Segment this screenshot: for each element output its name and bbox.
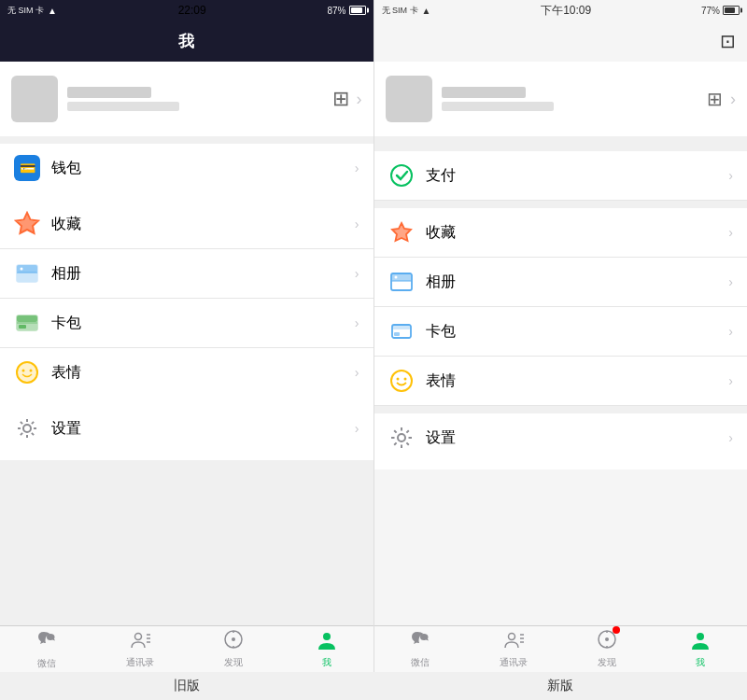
left-phone: 无 SIM 卡 ▲ 22:09 87% 我 — [0, 0, 374, 672]
right-section-divider-1 — [374, 201, 748, 208]
right-album-chevron: › — [728, 274, 733, 289]
left-battery-percent: 87% — [327, 6, 345, 16]
left-wallet-icon: 💳 — [14, 155, 40, 181]
right-tab-me-label: 我 — [696, 656, 705, 669]
right-tab-discover[interactable]: 发现 — [560, 629, 654, 669]
svg-point-5 — [21, 268, 23, 271]
left-profile-info — [67, 87, 179, 111]
right-phone: 无 SIM 卡 ▲ 下午10:09 77% ⊡ — [374, 0, 748, 672]
svg-point-44 — [697, 633, 704, 640]
right-wifi-icon: ▲ — [422, 6, 431, 16]
svg-point-13 — [30, 370, 33, 372]
left-profile-right: ⊞ › — [332, 87, 362, 111]
left-nav-bar: 我 — [0, 21, 374, 62]
left-settings-label: 设置 — [51, 419, 81, 439]
right-tab-discover-badge — [613, 626, 620, 634]
left-tab-discover[interactable]: 发现 — [187, 629, 280, 669]
left-sim-label: 无 SIM 卡 — [7, 5, 44, 17]
left-profile-name — [67, 87, 151, 98]
left-tab-contacts-icon — [130, 629, 150, 654]
left-menu-emoji[interactable]: 表情 › — [0, 348, 374, 397]
right-tab-contacts[interactable]: 通讯录 — [467, 629, 560, 669]
right-tab-wechat[interactable]: 微信 — [374, 629, 468, 669]
right-card-label: 卡包 — [426, 322, 456, 342]
right-menu-settings[interactable]: 设置 › — [374, 413, 748, 462]
right-battery-icon — [723, 6, 740, 15]
right-emoji-label: 表情 — [426, 371, 456, 391]
left-tab-me[interactable]: 我 — [280, 629, 374, 669]
left-album-icon — [14, 260, 40, 287]
left-menu-fav-left: 收藏 — [14, 211, 81, 237]
left-menu-settings[interactable]: 设置 › — [0, 404, 374, 453]
right-pay-label: 支付 — [426, 166, 456, 186]
right-pay-chevron: › — [728, 168, 733, 183]
left-profile-left — [11, 76, 179, 122]
svg-rect-9 — [19, 325, 26, 329]
right-profile-sub — [442, 102, 554, 111]
left-spacer — [0, 460, 374, 625]
left-profile-section[interactable]: ⊞ › — [0, 62, 374, 144]
right-tab-me-icon — [690, 629, 711, 654]
svg-rect-26 — [391, 273, 412, 281]
right-version-label: 新版 — [374, 672, 747, 700]
right-menu-emoji[interactable]: 表情 › — [374, 357, 748, 406]
left-tab-wechat-label: 微信 — [37, 657, 56, 670]
left-tab-me-label: 我 — [322, 656, 331, 669]
left-version-label: 旧版 — [0, 672, 374, 700]
right-menu-emoji-left: 表情 — [388, 368, 456, 394]
right-settings-label: 设置 — [426, 428, 456, 448]
left-tab-discover-icon — [223, 629, 244, 654]
right-card-chevron: › — [728, 324, 733, 339]
left-emoji-label: 表情 — [51, 363, 81, 383]
right-camera-icon[interactable]: ⊡ — [720, 30, 736, 52]
left-tab-me-icon — [317, 629, 337, 654]
right-tab-wechat-icon — [410, 629, 430, 654]
left-tab-contacts[interactable]: 通讯录 — [93, 629, 187, 669]
right-tab-wechat-label: 微信 — [411, 656, 430, 669]
left-wallet-chevron: › — [355, 161, 359, 175]
version-labels: 旧版 新版 — [0, 672, 747, 700]
left-qr-icon: ⊞ — [332, 87, 349, 111]
right-menu-favorites[interactable]: 收藏 › — [374, 208, 748, 258]
svg-point-33 — [396, 378, 399, 381]
right-favorites-icon — [388, 219, 415, 245]
left-menu-favorites[interactable]: 收藏 › — [0, 200, 374, 249]
right-tab-bar: 微信 通讯录 — [374, 625, 748, 672]
right-menu-album-left: 相册 — [388, 269, 456, 295]
right-profile-info — [442, 87, 554, 111]
right-profile-right: ⊞ › — [707, 88, 736, 110]
right-menu-album[interactable]: 相册 › — [374, 258, 748, 307]
right-pay-icon — [388, 162, 415, 189]
svg-point-36 — [509, 634, 515, 640]
right-profile-name — [442, 87, 526, 98]
right-profile-left — [386, 76, 554, 122]
right-tab-contacts-label: 通讯录 — [500, 656, 528, 669]
left-status-bar: 无 SIM 卡 ▲ 22:09 87% — [0, 0, 374, 21]
left-menu-album[interactable]: 相册 › — [0, 249, 374, 299]
svg-point-12 — [22, 370, 25, 372]
left-menu-wallet[interactable]: 💳 钱包 › — [0, 144, 374, 192]
left-emoji-icon — [14, 359, 40, 385]
right-profile-section[interactable]: ⊞ › — [374, 62, 748, 144]
right-section-divider-2 — [374, 406, 748, 413]
svg-point-28 — [394, 276, 397, 279]
svg-point-41 — [605, 637, 609, 641]
left-menu-emoji-left: 表情 — [14, 359, 81, 385]
right-album-label: 相册 — [426, 273, 456, 292]
left-album-chevron: › — [355, 266, 359, 281]
right-tab-discover-badge-wrapper — [597, 629, 617, 654]
right-menu-card[interactable]: 卡包 › — [374, 307, 748, 357]
svg-point-15 — [134, 634, 141, 640]
left-card-label: 卡包 — [51, 314, 81, 333]
right-tab-me[interactable]: 我 — [654, 629, 747, 669]
right-favorites-chevron: › — [728, 225, 733, 240]
svg-point-24 — [391, 165, 412, 186]
left-menu-card[interactable]: 卡包 › — [0, 299, 374, 348]
right-menu-card-left: 卡包 — [388, 318, 456, 344]
right-menu-pay[interactable]: 支付 › — [374, 151, 748, 201]
left-battery-icon — [349, 6, 366, 15]
right-sim-label: 无 SIM 卡 — [382, 5, 418, 17]
right-settings-icon — [388, 425, 415, 451]
left-tab-wechat[interactable]: 微信 — [0, 629, 93, 670]
left-time: 22:09 — [178, 4, 206, 17]
